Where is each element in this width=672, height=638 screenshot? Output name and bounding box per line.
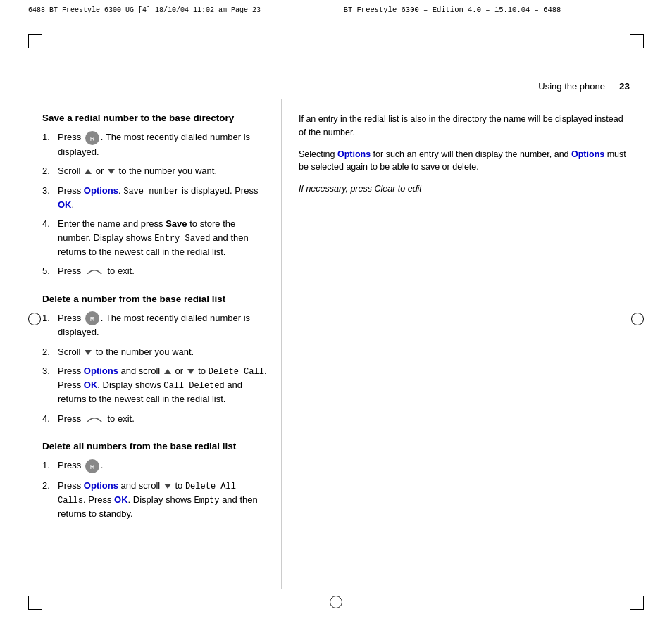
end-call-icon-1	[85, 264, 104, 280]
del-step-number-2: 2.	[42, 345, 58, 359]
ok-label-3: OK	[114, 494, 128, 505]
print-header-center: BT Freestyle 6300 – Edition 4.0 – 15.10.…	[268, 6, 637, 14]
save-step-2: 2. Scroll or to the number you want.	[42, 164, 267, 178]
center-mark-right	[631, 313, 644, 325]
call-deleted-mono: Call Deleted	[163, 381, 224, 391]
del-step-number-4: 4.	[42, 412, 58, 427]
up-arrow-icon-2	[164, 369, 171, 374]
corner-mark-top-right	[630, 34, 644, 48]
step-1-content: Press R. The most recently dialled numbe…	[58, 130, 267, 158]
down-arrow-icon-3	[187, 369, 194, 374]
page-header: Using the phone 23	[42, 81, 630, 96]
main-content: Save a redial number to the base directo…	[42, 99, 630, 589]
print-header-left: 6488 BT Freestyle 6300 UG [4] 18/10/04 1…	[28, 6, 261, 14]
down-arrow-icon-4	[164, 484, 171, 489]
empty-mono: Empty	[194, 496, 220, 506]
end-call-icon-2	[85, 412, 104, 427]
del-step-4-content: Press to exit.	[58, 412, 267, 427]
corner-mark-bottom-right	[630, 596, 644, 610]
delete-call-mono: Delete Call	[209, 367, 264, 377]
page-header-text: Using the phone 23	[538, 81, 630, 92]
redial-icon-2: R	[85, 311, 99, 325]
del-step-3-content: Press Options and scroll or to Delete Ca…	[58, 364, 267, 406]
del-all-step-number-2: 2.	[42, 479, 58, 521]
step-2-content: Scroll or to the number you want.	[58, 164, 267, 178]
section-delete-all: Delete all numbers from the base redial …	[42, 441, 267, 520]
del-all-step-1-content: Press R.	[58, 458, 267, 473]
save-number-mono: Save number	[123, 187, 179, 196]
section-delete-all-title: Delete all numbers from the base redial …	[42, 441, 267, 451]
step-4-content: Enter the name and press Save to store t…	[58, 217, 267, 258]
del-step-number-1: 1.	[42, 311, 58, 339]
step-number-2: 2.	[42, 164, 58, 178]
save-step-3: 3. Press Options. Save number is display…	[42, 184, 267, 212]
svg-text:R: R	[90, 315, 95, 323]
del-step-number-3: 3.	[42, 364, 58, 406]
down-arrow-icon	[108, 169, 115, 174]
options-label-3: Options	[84, 480, 118, 491]
ok-label-1: OK	[58, 199, 72, 210]
step-5-content: Press to exit.	[58, 264, 267, 280]
step-number-4: 4.	[42, 217, 58, 258]
delete-step-1: 1. Press R. The most recently dialled nu…	[42, 311, 267, 339]
center-mark-bottom	[330, 596, 342, 608]
left-column: Save a redial number to the base directo…	[42, 99, 282, 589]
corner-mark-top-left	[28, 34, 42, 48]
del-all-step-2-content: Press Options and scroll to Delete All C…	[58, 479, 267, 521]
delete-all-step-1: 1. Press R.	[42, 458, 267, 473]
delete-step-2: 2. Scroll to the number you want.	[42, 345, 267, 359]
step-number-1: 1.	[42, 130, 58, 158]
delete-step-4: 4. Press to exit.	[42, 412, 267, 427]
delete-all-steps-list: 1. Press R. 2. Press Options and scroll …	[42, 458, 267, 520]
corner-mark-bottom-left	[28, 596, 42, 610]
section-save-redial: Save a redial number to the base directo…	[42, 113, 267, 280]
save-step-4: 4. Enter the name and press Save to stor…	[42, 217, 267, 258]
step-number-3: 3.	[42, 184, 58, 212]
delete-step-3: 3. Press Options and scroll or to Delete…	[42, 364, 267, 406]
del-all-step-number-1: 1.	[42, 458, 58, 473]
options-label-note-2: Options	[571, 149, 604, 159]
options-label-note: Options	[337, 149, 371, 159]
down-arrow-icon-2	[85, 350, 92, 355]
right-note-3: If necessary, press Clear to edit	[299, 182, 630, 196]
right-column: If an entry in the redial list is also i…	[282, 99, 630, 589]
options-label-2: Options	[84, 365, 118, 376]
entry-saved-mono: Entry Saved	[154, 234, 210, 244]
section-save-title: Save a redial number to the base directo…	[42, 113, 267, 123]
save-step-5: 5. Press to exit.	[42, 264, 267, 280]
save-steps-list: 1. Press R. The most recently dialled nu…	[42, 130, 267, 280]
redial-icon-1: R	[85, 131, 99, 145]
save-bold: Save	[166, 218, 187, 229]
redial-icon-3: R	[85, 459, 99, 473]
print-header: 6488 BT Freestyle 6300 UG [4] 18/10/04 1…	[28, 6, 644, 14]
page-number: 23	[619, 81, 630, 92]
svg-text:R: R	[90, 463, 95, 470]
section-delete-title: Delete a number from the base redial lis…	[42, 294, 267, 304]
right-note-2: Selecting Options for such an entry will…	[299, 148, 630, 175]
svg-text:R: R	[90, 135, 95, 142]
del-step-1-content: Press R. The most recently dialled numbe…	[58, 311, 267, 339]
right-note-1: If an entry in the redial list is also i…	[299, 113, 630, 139]
page-container: 6488 BT Freestyle 6300 UG [4] 18/10/04 1…	[0, 0, 672, 638]
ok-label-2: OK	[84, 380, 98, 390]
up-arrow-icon	[85, 169, 92, 174]
delete-steps-list: 1. Press R. The most recently dialled nu…	[42, 311, 267, 427]
center-mark-left	[28, 313, 41, 325]
save-step-1: 1. Press R. The most recently dialled nu…	[42, 130, 267, 158]
del-step-2-content: Scroll to the number you want.	[58, 345, 267, 359]
options-label-1: Options	[84, 185, 118, 196]
section-delete-number: Delete a number from the base redial lis…	[42, 294, 267, 427]
page-section-label: Using the phone	[538, 81, 605, 92]
step-3-content: Press Options. Save number is displayed.…	[58, 184, 267, 212]
step-number-5: 5.	[42, 264, 58, 280]
delete-all-step-2: 2. Press Options and scroll to Delete Al…	[42, 479, 267, 521]
